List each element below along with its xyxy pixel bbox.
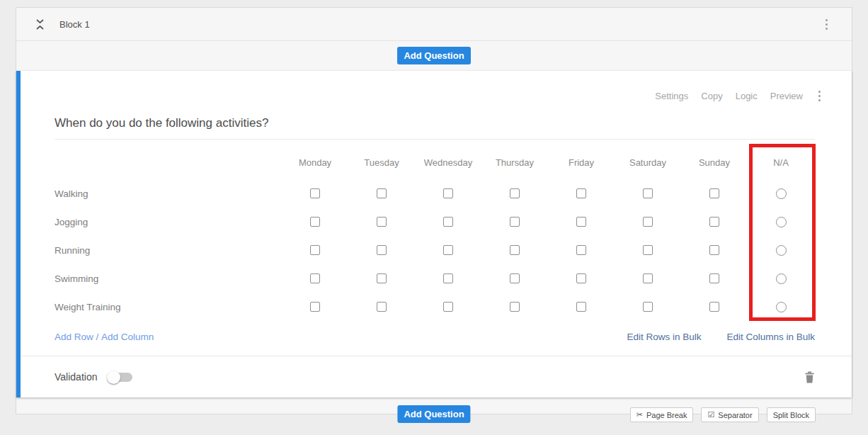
- matrix-row-label[interactable]: Swimming: [55, 273, 282, 284]
- block-menu-kebab-icon[interactable]: [823, 16, 830, 33]
- day-checkbox[interactable]: [443, 245, 453, 255]
- matrix-column-header[interactable]: N/A: [748, 157, 814, 168]
- na-radio[interactable]: [776, 188, 787, 199]
- day-checkbox[interactable]: [510, 217, 520, 227]
- day-checkbox[interactable]: [510, 302, 520, 312]
- matrix-column-header[interactable]: Tuesday: [348, 157, 415, 168]
- day-checkbox[interactable]: [709, 245, 719, 255]
- matrix-cell: [348, 302, 415, 312]
- edit-columns-bulk-link[interactable]: Edit Columns in Bulk: [726, 332, 815, 342]
- question-card: Settings Copy Logic Preview When do you …: [16, 71, 852, 397]
- day-checkbox[interactable]: [443, 188, 453, 198]
- day-checkbox[interactable]: [510, 273, 520, 283]
- day-checkbox[interactable]: [709, 302, 719, 312]
- matrix-row-label[interactable]: Jogging: [55, 217, 282, 227]
- day-checkbox[interactable]: [443, 273, 453, 283]
- na-radio[interactable]: [776, 245, 787, 256]
- matrix-column-header[interactable]: Sunday: [681, 157, 748, 168]
- matrix-row: Running: [55, 236, 815, 264]
- day-checkbox[interactable]: [576, 217, 586, 227]
- day-checkbox[interactable]: [377, 273, 387, 283]
- separator-button[interactable]: ☑ Separator: [701, 407, 758, 422]
- day-checkbox[interactable]: [643, 245, 653, 255]
- add-row-link[interactable]: Add Row: [55, 332, 93, 342]
- add-question-button-bottom[interactable]: Add Question: [397, 405, 470, 423]
- day-checkbox[interactable]: [377, 302, 387, 312]
- matrix-row: Weight Training: [55, 293, 815, 321]
- day-checkbox[interactable]: [310, 302, 320, 312]
- matrix-cell: [481, 273, 548, 283]
- na-radio[interactable]: [776, 302, 787, 312]
- day-checkbox[interactable]: [443, 302, 453, 312]
- day-checkbox[interactable]: [310, 273, 320, 283]
- day-checkbox[interactable]: [643, 273, 653, 283]
- matrix-cell: [348, 217, 415, 227]
- day-checkbox[interactable]: [709, 273, 719, 283]
- day-checkbox[interactable]: [576, 245, 586, 255]
- matrix-cell: [748, 188, 814, 199]
- edit-rows-bulk-link[interactable]: Edit Rows in Bulk: [627, 332, 701, 342]
- day-checkbox[interactable]: [643, 302, 653, 312]
- day-checkbox[interactable]: [377, 188, 387, 198]
- matrix-cell: [548, 217, 615, 227]
- day-checkbox[interactable]: [310, 188, 320, 198]
- delete-question-trash-icon[interactable]: [804, 371, 815, 383]
- matrix-cell: [681, 188, 748, 198]
- day-checkbox[interactable]: [576, 273, 586, 283]
- day-checkbox[interactable]: [510, 188, 520, 198]
- day-checkbox[interactable]: [377, 245, 387, 255]
- page-break-button[interactable]: ✂ Page Break: [630, 407, 694, 422]
- matrix-row-label[interactable]: Weight Training: [55, 302, 282, 312]
- matrix-row: Walking: [55, 179, 815, 208]
- matrix-links-row: Add Row / Add Column Edit Rows in Bulk E…: [55, 332, 815, 342]
- day-checkbox[interactable]: [709, 217, 719, 227]
- day-checkbox[interactable]: [576, 188, 586, 198]
- matrix-column-header[interactable]: Friday: [548, 157, 615, 168]
- question-text[interactable]: When do you do the following activities?: [55, 116, 815, 140]
- collapse-block-icon[interactable]: [35, 18, 45, 30]
- day-checkbox[interactable]: [310, 245, 320, 255]
- split-block-button[interactable]: Split Block: [767, 407, 816, 422]
- matrix-cell: [348, 188, 415, 198]
- matrix-column-header[interactable]: Wednesday: [415, 157, 481, 168]
- add-column-link[interactable]: Add Column: [101, 332, 154, 342]
- matrix-header-row: MondayTuesdayWednesdayThursdayFridaySatu…: [55, 145, 815, 179]
- validation-toggle[interactable]: [108, 373, 132, 382]
- matrix-row: Jogging: [55, 208, 815, 236]
- matrix-cell: [615, 188, 681, 198]
- copy-link[interactable]: Copy: [701, 91, 722, 101]
- na-radio[interactable]: [776, 273, 787, 284]
- day-checkbox[interactable]: [643, 217, 653, 227]
- matrix-cell: [615, 302, 681, 312]
- day-checkbox[interactable]: [310, 217, 320, 227]
- day-checkbox[interactable]: [510, 245, 520, 255]
- question-menu-kebab-icon[interactable]: [816, 88, 823, 104]
- matrix-cell: [615, 217, 681, 227]
- validation-label: Validation: [55, 371, 97, 383]
- matrix-column-header[interactable]: Saturday: [615, 157, 681, 168]
- day-checkbox[interactable]: [377, 217, 387, 227]
- matrix-cell: [282, 217, 348, 227]
- day-checkbox[interactable]: [643, 188, 653, 198]
- matrix-column-header[interactable]: Monday: [282, 157, 348, 168]
- settings-link[interactable]: Settings: [655, 91, 688, 101]
- matrix-column-header[interactable]: Thursday: [481, 157, 548, 168]
- na-radio[interactable]: [776, 217, 787, 227]
- preview-link[interactable]: Preview: [770, 91, 803, 101]
- day-checkbox[interactable]: [709, 188, 719, 198]
- question-toolbar: Settings Copy Logic Preview: [21, 71, 852, 104]
- logic-link[interactable]: Logic: [736, 91, 758, 101]
- matrix-cell: [481, 302, 548, 312]
- matrix-cell: [548, 302, 615, 312]
- add-question-button-top[interactable]: Add Question: [397, 47, 470, 64]
- day-checkbox[interactable]: [576, 302, 586, 312]
- day-checkbox[interactable]: [443, 217, 453, 227]
- matrix-row-label[interactable]: Running: [55, 245, 282, 256]
- matrix-row-label[interactable]: Walking: [55, 188, 282, 199]
- matrix-cell: [681, 302, 748, 312]
- matrix-cell: [415, 188, 481, 198]
- link-separator: /: [93, 332, 101, 342]
- matrix-cell: [282, 188, 348, 198]
- block-title[interactable]: Block 1: [59, 19, 90, 30]
- add-question-row-top: Add Question: [16, 41, 852, 70]
